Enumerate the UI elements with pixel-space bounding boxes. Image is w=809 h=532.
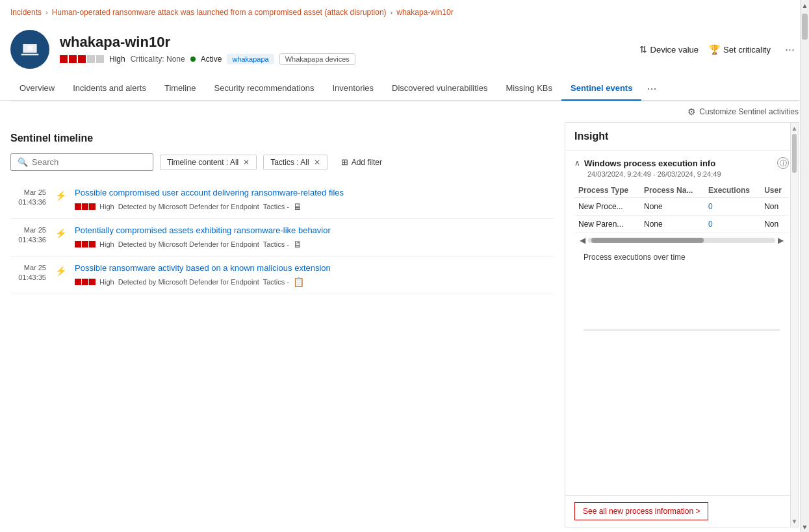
meta-tactics-2: Tactics -	[263, 240, 289, 248]
col-user: User	[760, 183, 789, 198]
cell-executions-2: 0	[704, 216, 760, 233]
top-bar: ⚙ Customize Sentinel activities	[0, 101, 809, 122]
sort-icon: ⇅	[639, 44, 647, 55]
chart-section: Process executions over time	[574, 247, 789, 336]
add-filter-btn[interactable]: ⊞ Add filter	[334, 154, 389, 170]
search-input[interactable]	[32, 157, 146, 167]
cell-process-name-1: None	[640, 198, 704, 216]
info-icon[interactable]: ⓘ	[777, 157, 789, 169]
breadcrumb-incidents[interactable]: Incidents	[10, 8, 42, 17]
filter-bar: 🔍 Timeline content : All ✕ Tactics : All…	[10, 153, 554, 171]
breadcrumb-current: whakapa-win10r	[396, 8, 453, 17]
set-criticality-btn[interactable]: 🏆 Set criticality	[709, 44, 771, 55]
more-options-btn[interactable]: ···	[781, 42, 799, 58]
global-scrollbar[interactable]: ▲ ▼	[800, 0, 809, 532]
tag-badge-2[interactable]: Whakapapa devices	[279, 53, 355, 65]
timeline-content-close[interactable]: ✕	[243, 158, 250, 167]
meta-sev-block	[82, 241, 88, 247]
horizontal-scrollbar[interactable]: ◀ ▶	[574, 233, 789, 247]
global-scroll-up[interactable]: ▲	[801, 0, 810, 10]
sev-block-2	[69, 55, 77, 63]
tab-missing-kbs[interactable]: Missing KBs	[496, 77, 561, 101]
timeline-meta-2: High Detected by Microsoft Defender for …	[75, 239, 554, 249]
timeline-title-2[interactable]: Potentially compromised assets exhibitin…	[75, 225, 554, 236]
process-section-header: ∧ Windows process execution info ⓘ	[574, 157, 789, 169]
chart-title: Process executions over time	[584, 253, 780, 262]
tactics-close[interactable]: ✕	[314, 158, 320, 167]
process-table-wrapper: Process Type Process Na... Executions Us…	[574, 183, 789, 233]
timeline-content-2: Potentially compromised assets exhibitin…	[75, 225, 554, 249]
process-section-title: Windows process execution info	[584, 158, 773, 168]
timeline-content-filter[interactable]: Timeline content : All ✕	[160, 155, 257, 170]
content-area: Sentinel timeline 🔍 Timeline content : A…	[0, 122, 809, 527]
process-table: Process Type Process Na... Executions Us…	[574, 183, 789, 233]
nav-tabs: Overview Incidents and alerts Timeline S…	[0, 77, 809, 101]
tab-timeline[interactable]: Timeline	[155, 77, 205, 101]
timeline-hour-3: 01:43:35	[10, 273, 46, 283]
h-scroll-track[interactable]	[588, 238, 775, 243]
timeline-item: Mar 25 01:43:35 ⚡ Possible ransomware ac…	[10, 257, 554, 294]
timeline-hour-1: 01:43:36	[10, 197, 46, 207]
cell-user-2: Non	[760, 216, 789, 233]
cell-user-1: Non	[760, 198, 789, 216]
status-dot	[190, 57, 196, 62]
meta-sev-block	[75, 241, 81, 247]
timeline-title-3[interactable]: Possible ransomware activity based on a …	[75, 263, 554, 274]
search-box[interactable]: 🔍	[10, 153, 153, 171]
sev-block-1	[60, 55, 68, 63]
criticality-label: Criticality: None	[131, 55, 185, 64]
meta-tactics-1: Tactics -	[263, 203, 289, 210]
col-process-type: Process Type	[574, 183, 640, 198]
tab-overview[interactable]: Overview	[10, 77, 64, 101]
timeline-time-1: Mar 25 01:43:36	[10, 188, 46, 212]
see-all-link[interactable]: See all new process information >	[574, 502, 708, 520]
tab-inventories[interactable]: Inventories	[323, 77, 383, 101]
timeline-content-label: Timeline content : All	[167, 158, 238, 167]
process-section: ∧ Windows process execution info ⓘ 24/03…	[565, 151, 798, 342]
ins-scroll-down-arrow[interactable]: ▼	[791, 516, 798, 527]
laptop-icon	[19, 39, 40, 60]
tab-incidents-alerts[interactable]: Incidents and alerts	[64, 77, 155, 101]
col-executions: Executions	[704, 183, 760, 198]
ins-scroll-up-arrow[interactable]: ▲	[791, 123, 798, 134]
h-scroll-right-arrow[interactable]: ▶	[778, 236, 784, 245]
device-value-btn[interactable]: ⇅ Device value	[639, 44, 699, 55]
tactics-filter[interactable]: Tactics : All ✕	[263, 155, 327, 170]
customize-sentinel-btn[interactable]: ⚙ Customize Sentinel activities	[687, 107, 799, 117]
breadcrumb: Incidents › Human-operated ransomware at…	[0, 0, 809, 25]
meta-severity-label-3: High	[99, 278, 114, 286]
insight-scrollbar[interactable]: ▲ ▼	[790, 123, 798, 527]
meta-sev-block	[89, 241, 96, 247]
set-criticality-label: Set criticality	[723, 45, 771, 55]
meta-severity-label-2: High	[99, 240, 114, 248]
timeline-meta-3: High Detected by Microsoft Defender for …	[75, 277, 554, 287]
device-header: whakapa-win10r High Criticality: None Ac…	[0, 25, 809, 77]
timeline-content-3: Possible ransomware activity based on a …	[75, 263, 554, 287]
alert-icon-2: ⚡	[53, 225, 68, 241]
ins-scroll-track[interactable]	[791, 134, 798, 516]
timeline-time-2: Mar 25 01:43:36	[10, 225, 46, 249]
breadcrumb-sep1: ›	[45, 8, 48, 16]
meta-source-3: Detected by Microsoft Defender for Endpo…	[118, 278, 259, 286]
tab-sentinel-events[interactable]: Sentinel events	[561, 77, 641, 101]
global-scroll-down[interactable]: ▼	[801, 522, 810, 532]
tab-discovered-vulnerabilities[interactable]: Discovered vulnerabilities	[383, 77, 496, 101]
global-scroll-thumb	[802, 14, 808, 40]
chart-area	[584, 266, 780, 331]
global-scroll-track[interactable]	[801, 10, 809, 522]
tab-security-recommendations[interactable]: Security recommendations	[205, 77, 324, 101]
sev-block-4	[87, 55, 95, 63]
more-tabs-btn[interactable]: ···	[641, 82, 661, 95]
collapse-arrow-icon[interactable]: ∧	[574, 158, 580, 168]
timeline-list: Mar 25 01:43:36 ⚡ Possible compromised u…	[10, 181, 554, 294]
cell-executions-1: 0	[704, 198, 760, 216]
ins-scroll-thumb	[792, 134, 797, 173]
meta-source-1: Detected by Microsoft Defender for Endpo…	[118, 203, 259, 210]
timeline-title-1[interactable]: Possible compromised user account delive…	[75, 188, 554, 199]
breadcrumb-incident-detail[interactable]: Human-operated ransomware attack was lau…	[52, 8, 387, 17]
h-scroll-left-arrow[interactable]: ◀	[580, 236, 585, 245]
insight-title: Insight	[565, 123, 798, 151]
tag-badge-1[interactable]: whakapapa	[227, 54, 274, 64]
svg-rect-0	[27, 46, 32, 51]
sev-block-5	[96, 55, 104, 63]
